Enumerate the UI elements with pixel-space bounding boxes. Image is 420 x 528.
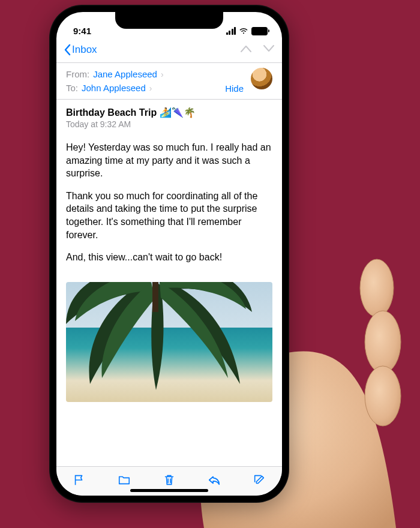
- trash-button[interactable]: [162, 473, 176, 489]
- back-button[interactable]: Inbox: [64, 44, 97, 56]
- screen: 9:41 Inbox: [56, 12, 282, 496]
- reply-button[interactable]: [207, 473, 221, 489]
- nav-bar: Inbox: [56, 37, 282, 63]
- svg-point-0: [360, 259, 394, 317]
- from-label: From:: [66, 69, 89, 79]
- avatar[interactable]: [251, 68, 272, 89]
- compose-button[interactable]: [252, 473, 266, 489]
- home-indicator[interactable]: [130, 489, 208, 492]
- prev-message-button[interactable]: [240, 44, 252, 55]
- palm-tree-illustration: [66, 282, 252, 390]
- to-label: To:: [66, 83, 78, 93]
- svg-rect-3: [152, 282, 158, 312]
- phone-frame: 9:41 Inbox: [49, 5, 289, 503]
- subject: Birthday Beach Trip 🏄🌂🌴: [66, 107, 272, 118]
- battery-icon: [251, 27, 268, 35]
- next-message-button[interactable]: [263, 44, 275, 55]
- body-paragraph: And, this view...can't wait to go back!: [66, 251, 272, 264]
- svg-point-1: [365, 311, 401, 373]
- notch: [115, 12, 223, 29]
- wifi-icon: [239, 26, 248, 36]
- subject-block: Birthday Beach Trip 🏄🌂🌴 Today at 9:32 AM: [56, 100, 282, 131]
- chevron-left-icon: [64, 44, 71, 56]
- body-paragraph: Thank you so much for coordinating all o…: [66, 190, 272, 241]
- move-button[interactable]: [117, 473, 131, 489]
- back-label: Inbox: [72, 44, 97, 56]
- from-contact[interactable]: Jane Appleseed: [93, 69, 157, 79]
- message-header: From: Jane Appleseed › To: John Applesee…: [56, 63, 282, 100]
- cellular-signal-icon: [226, 27, 236, 35]
- to-contact[interactable]: John Appleseed: [82, 83, 146, 93]
- hide-details-button[interactable]: Hide: [225, 83, 244, 94]
- status-time: 9:41: [73, 26, 91, 36]
- chevron-right-icon: ›: [161, 70, 164, 79]
- svg-point-2: [365, 366, 401, 426]
- timestamp: Today at 9:32 AM: [66, 119, 272, 129]
- image-attachment[interactable]: [66, 282, 272, 402]
- message-body: Hey! Yesterday was so much fun. I really…: [56, 131, 282, 278]
- flag-button[interactable]: [72, 473, 86, 489]
- chevron-right-icon: ›: [149, 83, 152, 93]
- body-paragraph: Hey! Yesterday was so much fun. I really…: [66, 141, 272, 180]
